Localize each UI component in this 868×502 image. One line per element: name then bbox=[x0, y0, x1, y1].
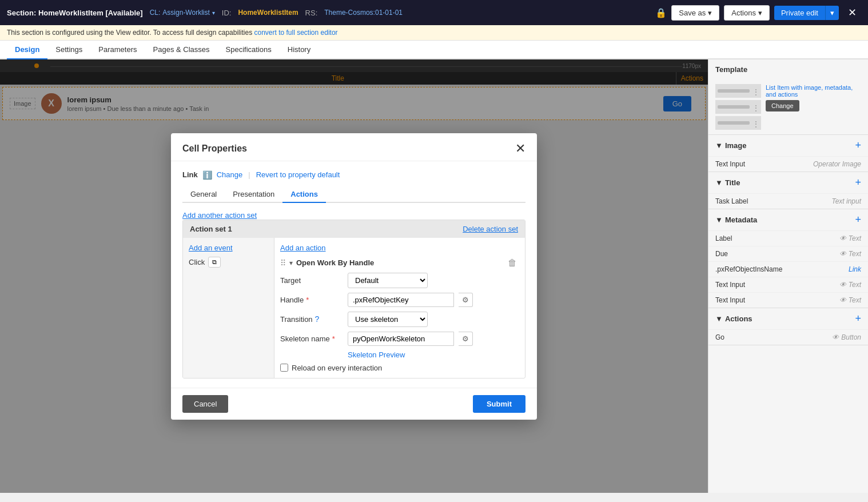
section-title: Section: HomeWorklistItem [Available] bbox=[7, 9, 143, 17]
eye-icon: 👁 bbox=[839, 250, 846, 258]
add-actions-button[interactable]: + bbox=[855, 313, 861, 325]
template-change-button[interactable]: Change bbox=[766, 100, 799, 111]
rp-section-title-header[interactable]: ▼ Title + bbox=[708, 172, 868, 193]
gear-icon: ⚙ bbox=[462, 334, 469, 343]
add-action-set-link[interactable]: Add another action set bbox=[182, 211, 257, 220]
rp-label-text-input-1: Text Input bbox=[715, 281, 745, 289]
skeleton-picker-button[interactable]: ⚙ bbox=[459, 332, 473, 346]
rp-section-metadata-header[interactable]: ▼ Metadata + bbox=[708, 209, 868, 230]
skeleton-row: Skeleton name * ⚙ bbox=[280, 332, 519, 346]
rs-value: Theme-Cosmos:01-01-01 bbox=[324, 9, 403, 17]
cancel-button[interactable]: Cancel bbox=[182, 395, 228, 413]
event-copy-button[interactable]: ⧉ bbox=[208, 257, 221, 268]
modal-tab-presentation[interactable]: Presentation bbox=[225, 186, 282, 203]
cell-properties-modal: Cell Properties ✕ Link ℹ️ Change | Rever… bbox=[171, 133, 537, 420]
canvas: 1170px Title Actions Image X lorem ipsum… bbox=[0, 59, 708, 493]
tab-pages-classes[interactable]: Pages & Classes bbox=[145, 41, 218, 59]
link-revert[interactable]: Revert to property default bbox=[256, 170, 340, 179]
link-label: Link bbox=[182, 170, 198, 179]
rp-section-actions-label: ▼ Actions bbox=[715, 314, 752, 323]
handle-label: Handle * bbox=[280, 296, 343, 304]
template-images: ⋮ ⋮ ⋮ bbox=[715, 84, 761, 130]
skeleton-input[interactable] bbox=[348, 332, 454, 346]
id-value: HomeWorklistItem bbox=[238, 9, 298, 17]
template-line bbox=[718, 89, 750, 93]
template-info: List Item with image, metadata, and acti… bbox=[766, 84, 861, 111]
template-section: ⋮ ⋮ ⋮ List Item with image, metadata, an… bbox=[708, 79, 868, 135]
rp-row-go: Go 👁 Button bbox=[708, 329, 868, 345]
save-as-button[interactable]: Save as ▾ bbox=[671, 5, 719, 21]
main-area: 1170px Title Actions Image X lorem ipsum… bbox=[0, 59, 868, 493]
rs-label: RS: bbox=[305, 9, 318, 17]
rp-section-image-title: ▼ Image bbox=[715, 141, 746, 150]
transition-label: Transition ? bbox=[280, 314, 343, 324]
target-label: Target bbox=[280, 276, 343, 285]
handle-row: Handle * ⚙ bbox=[280, 293, 519, 307]
tab-design[interactable]: Design bbox=[7, 41, 47, 59]
rp-label-text-input: Text Input bbox=[715, 160, 745, 168]
add-event-link[interactable]: Add an event bbox=[189, 244, 268, 252]
transition-select[interactable]: Use skeleton None Fade Slide bbox=[348, 312, 428, 327]
tab-settings[interactable]: Settings bbox=[47, 41, 90, 59]
rp-section-image-header[interactable]: ▼ Image + bbox=[708, 135, 868, 156]
modal-tab-general[interactable]: General bbox=[182, 186, 225, 203]
link-row: Link ℹ️ Change | Revert to property defa… bbox=[182, 170, 525, 180]
reload-checkbox[interactable] bbox=[280, 364, 288, 372]
chevron-down-icon: ▼ bbox=[715, 314, 723, 323]
template-img-2: ⋮ bbox=[715, 100, 761, 114]
modal-overlay: Cell Properties ✕ Link ℹ️ Change | Rever… bbox=[0, 59, 708, 493]
rp-value-label: 👁 Text bbox=[839, 234, 861, 242]
link-info-icon: ℹ️ bbox=[202, 170, 212, 180]
rp-value-operator-image: Operator Image bbox=[813, 160, 861, 168]
cl-label: CL: bbox=[150, 9, 161, 17]
rp-row-text-input-image: Text Input Operator Image bbox=[708, 156, 868, 172]
link-change[interactable]: Change bbox=[217, 170, 243, 179]
convert-link[interactable]: convert to full section editor bbox=[254, 29, 337, 37]
modal-header: Cell Properties ✕ bbox=[171, 133, 537, 161]
target-select[interactable]: Default _blank _self _parent _top bbox=[348, 273, 428, 288]
tab-history[interactable]: History bbox=[280, 41, 318, 59]
add-title-button[interactable]: + bbox=[855, 177, 861, 189]
dots-icon: ⋮ bbox=[752, 119, 759, 126]
handle-picker-button[interactable]: ⚙ bbox=[459, 293, 473, 307]
add-action-link[interactable]: Add an action bbox=[280, 244, 519, 252]
copy-icon: ⧉ bbox=[212, 258, 217, 265]
drag-handle-icon[interactable]: ⠿ bbox=[280, 258, 286, 268]
private-edit-dropdown[interactable]: ▾ bbox=[825, 6, 839, 20]
info-text: This section is configured using the Vie… bbox=[7, 29, 252, 37]
action-set-title-bar: Action set 1 Delete action set bbox=[183, 220, 525, 238]
add-image-button[interactable]: + bbox=[855, 140, 861, 152]
rp-section-actions-header[interactable]: ▼ Actions + bbox=[708, 308, 868, 329]
template-img-3: ⋮ bbox=[715, 116, 761, 130]
rp-section-image: ▼ Image + Text Input Operator Image bbox=[708, 135, 868, 172]
action-name: Open Work By Handle bbox=[296, 258, 502, 267]
action-row: ⠿ ▾ Open Work By Handle 🗑 bbox=[280, 257, 519, 269]
right-panel: Template ⋮ ⋮ ⋮ List Item with image, met… bbox=[708, 59, 868, 493]
skeleton-preview-link[interactable]: Skeleton Preview bbox=[348, 350, 519, 359]
id-label: ID: bbox=[222, 9, 232, 17]
rp-section-metadata-label: ▼ Metadata bbox=[715, 216, 757, 224]
submit-button[interactable]: Submit bbox=[473, 395, 525, 413]
handle-input[interactable] bbox=[348, 293, 454, 307]
private-edit-group: Private edit ▾ bbox=[774, 6, 839, 20]
action-set-name: Action set 1 bbox=[190, 225, 232, 233]
tab-specifications[interactable]: Specifications bbox=[218, 41, 280, 59]
action-chevron-icon[interactable]: ▾ bbox=[289, 259, 293, 267]
tab-parameters[interactable]: Parameters bbox=[90, 41, 145, 59]
modal-close-button[interactable]: ✕ bbox=[515, 142, 525, 155]
main-tabs: Design Settings Parameters Pages & Class… bbox=[0, 41, 868, 59]
chevron-down-icon: ▼ bbox=[715, 141, 723, 150]
rp-section-title: ▼ Title + Task Label Text input bbox=[708, 172, 868, 209]
add-metadata-button[interactable]: + bbox=[855, 214, 861, 226]
action-set-body: Add an event Click ⧉ Add an a bbox=[183, 238, 525, 378]
private-edit-button[interactable]: Private edit bbox=[774, 6, 825, 20]
modal-tab-actions[interactable]: Actions bbox=[282, 186, 326, 203]
close-button[interactable]: ✕ bbox=[843, 4, 861, 21]
action-delete-button[interactable]: 🗑 bbox=[505, 257, 519, 269]
chevron-down-icon: ▼ bbox=[715, 178, 723, 187]
reload-row: Reload on every interaction bbox=[280, 364, 519, 372]
cl-link[interactable]: Assign-Worklist bbox=[162, 9, 209, 17]
rp-label-task-label: Task Label bbox=[715, 197, 748, 205]
delete-action-set-link[interactable]: Delete action set bbox=[463, 225, 518, 233]
actions-button[interactable]: Actions ▾ bbox=[724, 5, 770, 21]
